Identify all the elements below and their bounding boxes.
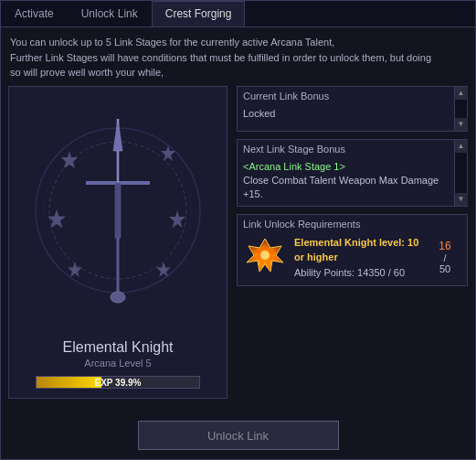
scroll-up-btn[interactable]: ▲: [455, 87, 468, 100]
scroll-down-btn-2[interactable]: ▼: [455, 193, 468, 206]
svg-marker-12: [169, 210, 185, 228]
current-link-bonus-content: Locked: [238, 103, 467, 131]
link-req-box: Link Unlock Requirements: [237, 214, 468, 287]
scroll-down-btn[interactable]: ▼: [455, 118, 468, 131]
req-details: Elemental Knight level: 10 or higher Abi…: [294, 235, 421, 281]
current-link-bonus-label: Current Link Bonus: [238, 87, 467, 103]
next-link-bonus-box: Next Link Stage Bonus <Arcana Link Stage…: [237, 139, 468, 207]
svg-marker-8: [113, 119, 122, 151]
next-link-bonus-text: Close Combat Talent Weapon Max Damage +1…: [243, 175, 439, 199]
exp-label: EXP 39.9%: [95, 377, 142, 387]
arcana-panel: Elemental Knight Arcana Level 5 EXP 39.9…: [8, 86, 227, 399]
scroll-up-btn-2[interactable]: ▲: [455, 140, 468, 153]
req-item: Elemental Knight level: 10 or higher Abi…: [238, 231, 467, 286]
link-req-label: Link Unlock Requirements: [238, 215, 467, 231]
bottom-area: Unlock Link: [8, 421, 468, 450]
next-link-scrollbar: ▲ ▼: [454, 140, 467, 206]
main-content: Elemental Knight Arcana Level 5 EXP 39.9…: [1, 86, 475, 406]
svg-rect-7: [115, 183, 121, 238]
right-panel: Current Link Bonus Locked ▲ ▼ Next Link …: [237, 86, 468, 399]
req-icon: [243, 235, 287, 279]
link-stage-tag: <Arcana Link Stage 1>: [243, 161, 345, 172]
arcana-name: Elemental Knight: [63, 339, 174, 356]
req-counter-separator: /: [443, 252, 446, 263]
tab-activate[interactable]: Activate: [1, 1, 68, 27]
next-link-bonus-content: <Arcana Link Stage 1> Close Combat Talen…: [238, 156, 467, 206]
next-link-bonus-label: Next Link Stage Bonus: [238, 140, 467, 156]
req-counter-max: 50: [439, 263, 450, 274]
current-link-bonus-box: Current Link Bonus Locked ▲ ▼: [237, 86, 468, 132]
tab-unlock-link[interactable]: Unlock Link: [68, 1, 152, 27]
req-counter-current: 16: [439, 240, 450, 252]
req-level-text: Elemental Knight level: 10 or higher: [294, 235, 421, 265]
description-text: You can unlock up to 5 Link Stages for t…: [1, 27, 475, 86]
window: Activate Unlock Link Crest Forging You c…: [0, 0, 476, 460]
req-counter: 16 / 50: [428, 240, 461, 274]
current-link-scrollbar: ▲ ▼: [454, 87, 467, 131]
exp-bar-fill: [37, 377, 101, 388]
tab-crest-forging[interactable]: Crest Forging: [152, 1, 246, 27]
arcana-art: [17, 96, 218, 334]
tab-bar: Activate Unlock Link Crest Forging: [1, 1, 475, 27]
exp-bar-container: EXP 39.9%: [36, 376, 200, 389]
svg-marker-9: [61, 151, 78, 168]
unlock-link-button[interactable]: Unlock Link: [138, 421, 339, 450]
svg-point-6: [111, 292, 125, 303]
exp-bar-background: EXP 39.9%: [36, 376, 200, 389]
svg-marker-13: [68, 262, 82, 277]
req-ap-text: Ability Points: 14350 / 60: [294, 265, 421, 281]
svg-point-20: [260, 251, 270, 260]
arcana-level: Arcana Level 5: [84, 358, 151, 369]
